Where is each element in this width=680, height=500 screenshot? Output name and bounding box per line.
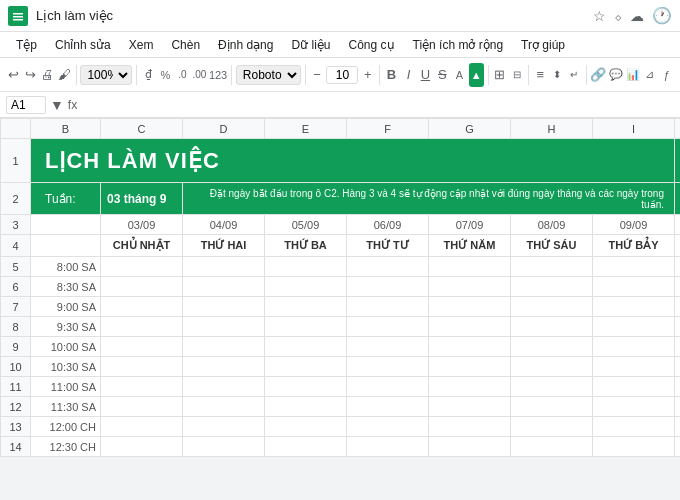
cell-8e[interactable]: [265, 317, 347, 337]
cell-14e[interactable]: [265, 437, 347, 457]
cell-13f[interactable]: [347, 417, 429, 437]
borders-button[interactable]: ⊞: [492, 63, 507, 87]
cell-11e[interactable]: [265, 377, 347, 397]
cell-8d[interactable]: [183, 317, 265, 337]
menu-edit[interactable]: Chỉnh sửa: [47, 36, 119, 54]
cell-11f[interactable]: [347, 377, 429, 397]
cell-6c[interactable]: [101, 277, 183, 297]
cell-14i[interactable]: [593, 437, 675, 457]
cell-12d[interactable]: [183, 397, 265, 417]
cell-12f[interactable]: [347, 397, 429, 417]
cell-8c[interactable]: [101, 317, 183, 337]
cell-13e[interactable]: [265, 417, 347, 437]
menu-format[interactable]: Định dạng: [210, 36, 281, 54]
cell-7h[interactable]: [511, 297, 593, 317]
cell-5g[interactable]: [429, 257, 511, 277]
font-size-dec-button[interactable]: −: [309, 63, 324, 87]
menu-extensions[interactable]: Tiện ích mở rộng: [405, 36, 512, 54]
cell-12c[interactable]: [101, 397, 183, 417]
cell-6e[interactable]: [265, 277, 347, 297]
cloud-icon[interactable]: ☁: [630, 8, 644, 24]
filter-button[interactable]: ⊿: [642, 63, 657, 87]
paint-format-button[interactable]: 🖌: [57, 63, 72, 87]
cell-5d[interactable]: [183, 257, 265, 277]
valign-button[interactable]: ⬍: [550, 63, 565, 87]
cell-10c[interactable]: [101, 357, 183, 377]
decimal-dec-button[interactable]: .0: [175, 63, 190, 87]
percent-button[interactable]: %: [158, 63, 173, 87]
cell-10h[interactable]: [511, 357, 593, 377]
history-icon[interactable]: 🕐: [652, 6, 672, 25]
cell-7c[interactable]: [101, 297, 183, 317]
menu-help[interactable]: Trợ giúp: [513, 36, 573, 54]
cell-12h[interactable]: [511, 397, 593, 417]
cell-10i[interactable]: [593, 357, 675, 377]
star-icon[interactable]: ☆: [593, 8, 606, 24]
cell-8h[interactable]: [511, 317, 593, 337]
link-button[interactable]: 🔗: [590, 63, 606, 87]
cell-6d[interactable]: [183, 277, 265, 297]
cell-14f[interactable]: [347, 437, 429, 457]
comment-button[interactable]: 💬: [608, 63, 623, 87]
cell-6f[interactable]: [347, 277, 429, 297]
cell-7e[interactable]: [265, 297, 347, 317]
menu-insert[interactable]: Chèn: [163, 36, 208, 54]
cell-13d[interactable]: [183, 417, 265, 437]
week-value-cell[interactable]: 03 tháng 9: [101, 183, 183, 215]
cell-8f[interactable]: [347, 317, 429, 337]
font-size-inc-button[interactable]: +: [360, 63, 375, 87]
decimal-inc-button[interactable]: .00: [192, 63, 207, 87]
cell-10g[interactable]: [429, 357, 511, 377]
cell-9f[interactable]: [347, 337, 429, 357]
cell-7i[interactable]: [593, 297, 675, 317]
cell-13i[interactable]: [593, 417, 675, 437]
cell-9h[interactable]: [511, 337, 593, 357]
cell-5h[interactable]: [511, 257, 593, 277]
cell-13g[interactable]: [429, 417, 511, 437]
format-number-button[interactable]: 123: [209, 63, 227, 87]
zoom-select[interactable]: 100%: [80, 65, 132, 85]
cell-11d[interactable]: [183, 377, 265, 397]
chart-button[interactable]: 📊: [625, 63, 640, 87]
cell-12g[interactable]: [429, 397, 511, 417]
font-select[interactable]: Roboto: [236, 65, 301, 85]
strikethrough-button[interactable]: S: [435, 63, 450, 87]
cell-11c[interactable]: [101, 377, 183, 397]
cell-14h[interactable]: [511, 437, 593, 457]
cell-7d[interactable]: [183, 297, 265, 317]
cell-12e[interactable]: [265, 397, 347, 417]
underline-button[interactable]: U: [418, 63, 433, 87]
cell-10e[interactable]: [265, 357, 347, 377]
cell-10f[interactable]: [347, 357, 429, 377]
bold-button[interactable]: B: [384, 63, 399, 87]
cell-10d[interactable]: [183, 357, 265, 377]
cell-12i[interactable]: [593, 397, 675, 417]
cell-5f[interactable]: [347, 257, 429, 277]
print-button[interactable]: 🖨: [40, 63, 55, 87]
formula-input[interactable]: [81, 97, 674, 113]
menu-file[interactable]: Tệp: [8, 36, 45, 54]
merge-button[interactable]: ⊟: [509, 63, 524, 87]
text-color-button[interactable]: A: [452, 63, 467, 87]
cell-5c[interactable]: [101, 257, 183, 277]
cell-6h[interactable]: [511, 277, 593, 297]
menu-tools[interactable]: Công cụ: [340, 36, 402, 54]
redo-button[interactable]: ↪: [23, 63, 38, 87]
font-size-input[interactable]: [326, 66, 358, 84]
cell-5i[interactable]: [593, 257, 675, 277]
cell-13h[interactable]: [511, 417, 593, 437]
currency-button[interactable]: ₫: [141, 63, 156, 87]
cell-9d[interactable]: [183, 337, 265, 357]
cell-9c[interactable]: [101, 337, 183, 357]
cell-8g[interactable]: [429, 317, 511, 337]
cell-11h[interactable]: [511, 377, 593, 397]
cell-9g[interactable]: [429, 337, 511, 357]
align-button[interactable]: ≡: [533, 63, 548, 87]
cell-13c[interactable]: [101, 417, 183, 437]
cell-14c[interactable]: [101, 437, 183, 457]
cell-6i[interactable]: [593, 277, 675, 297]
cell-9e[interactable]: [265, 337, 347, 357]
italic-button[interactable]: I: [401, 63, 416, 87]
cell-8i[interactable]: [593, 317, 675, 337]
undo-button[interactable]: ↩: [6, 63, 21, 87]
